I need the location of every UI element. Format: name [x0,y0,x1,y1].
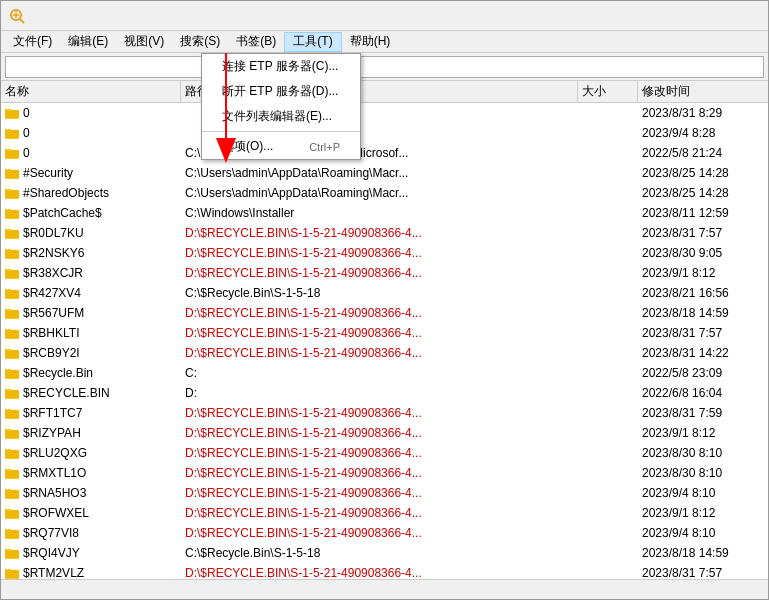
menu-help[interactable]: 帮助(H) [342,32,399,52]
svg-rect-89 [5,509,10,511]
table-row[interactable]: $Recycle.Bin C: 2022/5/8 23:09 [1,363,768,383]
svg-rect-20 [5,170,19,178]
folder-icon [5,526,19,540]
table-row[interactable]: #SharedObjects C:\Users\admin\AppData\Ro… [1,183,768,203]
menu-tools[interactable]: 工具(T) [284,32,341,52]
row-date: 2023/8/25 14:28 [638,186,768,200]
search-input[interactable] [5,56,764,78]
table-row[interactable]: $RECYCLE.BIN D: 2022/6/8 16:04 [1,383,768,403]
svg-rect-33 [5,229,10,231]
folder-icon [5,146,19,160]
col-header-date[interactable]: 修改时间 [638,81,768,102]
row-name: #SharedObjects [1,186,181,200]
menu-bookmark[interactable]: 书签(B) [228,32,284,52]
table-row[interactable]: 0 C:\Users\admin\AppData\Local\Microsof.… [1,143,768,163]
row-date: 2022/5/8 21:24 [638,146,768,160]
table-row[interactable]: #Security C:\Users\admin\AppData\Roaming… [1,163,768,183]
close-button[interactable] [714,4,760,28]
table-row[interactable]: $RNA5HO3 D:\$RECYCLE.BIN\S-1-5-21-490908… [1,483,768,503]
menu-divider [202,131,360,132]
svg-line-1 [20,19,24,23]
row-path: D: [181,386,578,400]
svg-rect-29 [5,209,10,211]
row-path: D:\$RECYCLE.BIN\S-1-5-21-490908366-4... [181,226,578,240]
table-row[interactable]: $RIZYPAH D:\$RECYCLE.BIN\S-1-5-21-490908… [1,423,768,443]
row-name: $R38XCJR [1,266,181,280]
row-path: C:\Users\admin\AppData\Roaming\Macr... [181,166,578,180]
minimize-button[interactable] [618,4,664,28]
row-name: $RIZYPAH [1,426,181,440]
table-row[interactable]: $R2NSKY6 D:\$RECYCLE.BIN\S-1-5-21-490908… [1,243,768,263]
table-row[interactable]: 0 2023/9/4 8:28 [1,123,768,143]
svg-rect-65 [5,389,10,391]
row-date: 2023/8/31 14:22 [638,346,768,360]
table-row[interactable]: $RQ77VI8 D:\$RECYCLE.BIN\S-1-5-21-490908… [1,523,768,543]
svg-rect-72 [5,430,19,438]
row-date: 2023/8/25 14:28 [638,166,768,180]
col-header-size[interactable]: 大小 [578,81,638,102]
svg-rect-13 [5,129,10,131]
row-name: 0 [1,126,181,140]
table-row[interactable]: $ROFWXEL D:\$RECYCLE.BIN\S-1-5-21-490908… [1,503,768,523]
folder-icon [5,466,19,480]
row-date: 2023/8/21 16:56 [638,286,768,300]
row-date: 2023/8/31 7:59 [638,406,768,420]
table-body[interactable]: 0 2023/8/31 8:29 0 2023/9/4 8:28 [1,103,768,579]
menu-file[interactable]: 文件(F) [5,32,60,52]
row-name: $RTM2VLZ [1,566,181,579]
folder-icon [5,246,19,260]
menu-view[interactable]: 视图(V) [116,32,172,52]
folder-icon [5,426,19,440]
table-row[interactable]: $RFT1TC7 D:\$RECYCLE.BIN\S-1-5-21-490908… [1,403,768,423]
table-row[interactable]: $RMXTL1O D:\$RECYCLE.BIN\S-1-5-21-490908… [1,463,768,483]
row-name: $RFT1TC7 [1,406,181,420]
table-row[interactable]: $R567UFM D:\$RECYCLE.BIN\S-1-5-21-490908… [1,303,768,323]
folder-icon [5,126,19,140]
folder-icon [5,226,19,240]
table-row[interactable]: $R427XV4 C:\$Recycle.Bin\S-1-5-18 2023/8… [1,283,768,303]
table-row[interactable]: $PatchCache$ C:\Windows\Installer 2023/8… [1,203,768,223]
menu-edit[interactable]: 编辑(E) [60,32,116,52]
table-row[interactable]: $RQI4VJY C:\$Recycle.Bin\S-1-5-18 2023/8… [1,543,768,563]
menu-connect-etp[interactable]: 连接 ETP 服务器(C)... [202,54,360,79]
row-name: $RBHKLTI [1,326,181,340]
svg-rect-16 [5,150,19,158]
col-header-name[interactable]: 名称 [1,81,181,102]
svg-rect-73 [5,429,10,431]
table-row[interactable]: 0 2023/8/31 8:29 [1,103,768,123]
row-path: D:\$RECYCLE.BIN\S-1-5-21-490908366-4... [181,346,578,360]
table-row[interactable]: $R38XCJR D:\$RECYCLE.BIN\S-1-5-21-490908… [1,263,768,283]
svg-rect-32 [5,230,19,238]
row-date: 2023/9/1 8:12 [638,506,768,520]
folder-icon [5,306,19,320]
row-name: $RQI4VJY [1,546,181,560]
menu-disconnect-etp[interactable]: 断开 ETP 服务器(D)... [202,79,360,104]
menu-bar: 文件(F) 编辑(E) 视图(V) 搜索(S) 书签(B) 工具(T) 帮助(H… [1,31,768,53]
toolbar [1,53,768,81]
table-row[interactable]: $R0DL7KU D:\$RECYCLE.BIN\S-1-5-21-490908… [1,223,768,243]
row-date: 2023/8/30 8:10 [638,466,768,480]
svg-rect-101 [5,569,10,571]
svg-rect-88 [5,510,19,518]
title-bar [1,1,768,31]
row-date: 2023/9/4 8:10 [638,486,768,500]
svg-rect-44 [5,290,19,298]
svg-rect-12 [5,130,19,138]
menu-search[interactable]: 搜索(S) [172,32,228,52]
menu-file-list-editor[interactable]: 文件列表编辑器(E)... [202,104,360,129]
row-path: D:\$RECYCLE.BIN\S-1-5-21-490908366-4... [181,486,578,500]
maximize-button[interactable] [666,4,712,28]
table-row[interactable]: $RBHKLTI D:\$RECYCLE.BIN\S-1-5-21-490908… [1,323,768,343]
table-row[interactable]: $RTM2VLZ D:\$RECYCLE.BIN\S-1-5-21-490908… [1,563,768,579]
table-row[interactable]: $RCB9Y2I D:\$RECYCLE.BIN\S-1-5-21-490908… [1,343,768,363]
folder-icon [5,266,19,280]
row-name: 0 [1,146,181,160]
svg-rect-41 [5,269,10,271]
row-date: 2023/8/31 7:57 [638,226,768,240]
row-name: $R567UFM [1,306,181,320]
svg-rect-25 [5,189,10,191]
row-date: 2023/9/4 8:28 [638,126,768,140]
menu-options[interactable]: 选项(O)... Ctrl+P [202,134,360,159]
folder-icon [5,446,19,460]
table-row[interactable]: $RLU2QXG D:\$RECYCLE.BIN\S-1-5-21-490908… [1,443,768,463]
